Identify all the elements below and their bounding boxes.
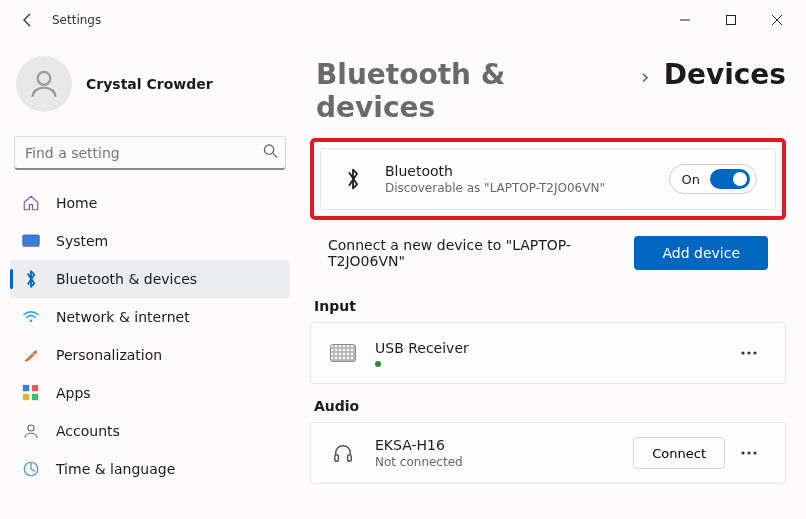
toggle-label: On bbox=[682, 172, 700, 187]
more-options-button[interactable] bbox=[731, 437, 767, 469]
annotation-highlight: Bluetooth Discoverable as "LAPTOP-T2JO06… bbox=[310, 138, 786, 220]
breadcrumb-current: Devices bbox=[664, 58, 786, 91]
main-panel: Bluetooth & devices › Devices Bluetooth … bbox=[300, 40, 806, 519]
more-horizontal-icon bbox=[741, 351, 757, 355]
app-title: Settings bbox=[52, 13, 101, 27]
svg-point-13 bbox=[747, 351, 750, 354]
minimize-button[interactable] bbox=[662, 4, 708, 36]
breadcrumb-parent[interactable]: Bluetooth & devices bbox=[316, 58, 627, 124]
breadcrumb: Bluetooth & devices › Devices bbox=[316, 58, 786, 124]
svg-point-10 bbox=[28, 425, 34, 431]
svg-rect-4 bbox=[23, 246, 40, 248]
bluetooth-card: Bluetooth Discoverable as "LAPTOP-T2JO06… bbox=[320, 148, 776, 210]
more-options-button[interactable] bbox=[731, 337, 767, 369]
nav-item-apps[interactable]: Apps bbox=[10, 374, 290, 412]
svg-rect-0 bbox=[727, 16, 736, 25]
search-field[interactable] bbox=[14, 136, 286, 170]
nav-label: Accounts bbox=[56, 423, 120, 439]
apps-icon bbox=[20, 382, 42, 404]
nav-label: Personalization bbox=[56, 347, 162, 363]
bluetooth-subtitle: Discoverable as "LAPTOP-T2JO06VN" bbox=[385, 181, 669, 195]
svg-point-17 bbox=[741, 451, 744, 454]
system-icon bbox=[20, 230, 42, 252]
bluetooth-toggle[interactable]: On bbox=[669, 164, 757, 194]
clock-globe-icon bbox=[20, 458, 42, 480]
svg-rect-6 bbox=[23, 385, 29, 391]
svg-rect-7 bbox=[32, 385, 38, 391]
status-dot-icon bbox=[375, 361, 381, 367]
connect-row: Connect a new device to "LAPTOP-T2JO06VN… bbox=[310, 230, 786, 284]
nav-item-time-language[interactable]: Time & language bbox=[10, 450, 290, 488]
audio-device-status: Not connected bbox=[375, 455, 633, 469]
titlebar: Settings bbox=[0, 0, 806, 40]
person-icon bbox=[27, 67, 61, 101]
more-horizontal-icon bbox=[741, 451, 757, 455]
wifi-icon bbox=[20, 306, 42, 328]
nav-label: Apps bbox=[56, 385, 91, 401]
maximize-button[interactable] bbox=[708, 4, 754, 36]
connect-button[interactable]: Connect bbox=[633, 437, 725, 469]
bluetooth-icon bbox=[20, 268, 42, 290]
svg-point-5 bbox=[30, 319, 33, 322]
nav-item-personalization[interactable]: Personalization bbox=[10, 336, 290, 374]
nav-item-system[interactable]: System bbox=[10, 222, 290, 260]
keyboard-icon bbox=[329, 344, 357, 362]
section-input-label: Input bbox=[314, 298, 786, 314]
profile-block[interactable]: Crystal Crowder bbox=[10, 50, 290, 132]
nav-label: System bbox=[56, 233, 108, 249]
input-device-name: USB Receiver bbox=[375, 340, 731, 356]
bluetooth-icon bbox=[339, 167, 367, 191]
toggle-switch-icon bbox=[710, 169, 750, 189]
bluetooth-title: Bluetooth bbox=[385, 163, 669, 179]
profile-name: Crystal Crowder bbox=[86, 76, 213, 92]
audio-device-card[interactable]: EKSA-H16 Not connected Connect bbox=[310, 422, 786, 484]
nav-label: Network & internet bbox=[56, 309, 190, 325]
home-icon bbox=[20, 192, 42, 214]
svg-point-1 bbox=[38, 72, 51, 85]
svg-rect-15 bbox=[335, 455, 339, 461]
nav-label: Home bbox=[56, 195, 97, 211]
input-device-card[interactable]: USB Receiver bbox=[310, 322, 786, 384]
add-device-button[interactable]: Add device bbox=[634, 236, 768, 270]
nav-item-accounts[interactable]: Accounts bbox=[10, 412, 290, 450]
svg-point-12 bbox=[741, 351, 744, 354]
paintbrush-icon bbox=[20, 344, 42, 366]
close-button[interactable] bbox=[754, 4, 800, 36]
connect-text: Connect a new device to "LAPTOP-T2JO06VN… bbox=[328, 237, 618, 269]
svg-rect-9 bbox=[32, 394, 38, 400]
search-input[interactable] bbox=[14, 136, 286, 170]
svg-point-14 bbox=[753, 351, 756, 354]
chevron-right-icon: › bbox=[641, 64, 650, 89]
accounts-icon bbox=[20, 420, 42, 442]
close-icon bbox=[772, 15, 782, 25]
nav-label: Bluetooth & devices bbox=[56, 271, 197, 287]
nav-item-home[interactable]: Home bbox=[10, 184, 290, 222]
nav-label: Time & language bbox=[56, 461, 175, 477]
nav-item-network[interactable]: Network & internet bbox=[10, 298, 290, 336]
section-audio-label: Audio bbox=[314, 398, 786, 414]
svg-point-19 bbox=[753, 451, 756, 454]
audio-device-name: EKSA-H16 bbox=[375, 437, 633, 453]
back-arrow-icon bbox=[20, 12, 36, 28]
svg-rect-16 bbox=[348, 455, 352, 461]
nav-item-bluetooth-devices[interactable]: Bluetooth & devices bbox=[10, 260, 290, 298]
back-button[interactable] bbox=[12, 4, 44, 36]
headphones-icon bbox=[329, 442, 357, 464]
window-controls bbox=[662, 4, 800, 36]
svg-rect-8 bbox=[23, 394, 29, 400]
svg-rect-3 bbox=[23, 235, 40, 246]
maximize-icon bbox=[726, 15, 736, 25]
svg-point-18 bbox=[747, 451, 750, 454]
sidebar: Crystal Crowder Home System Bluetooth & … bbox=[0, 40, 300, 519]
minimize-icon bbox=[680, 15, 690, 25]
avatar bbox=[16, 56, 72, 112]
